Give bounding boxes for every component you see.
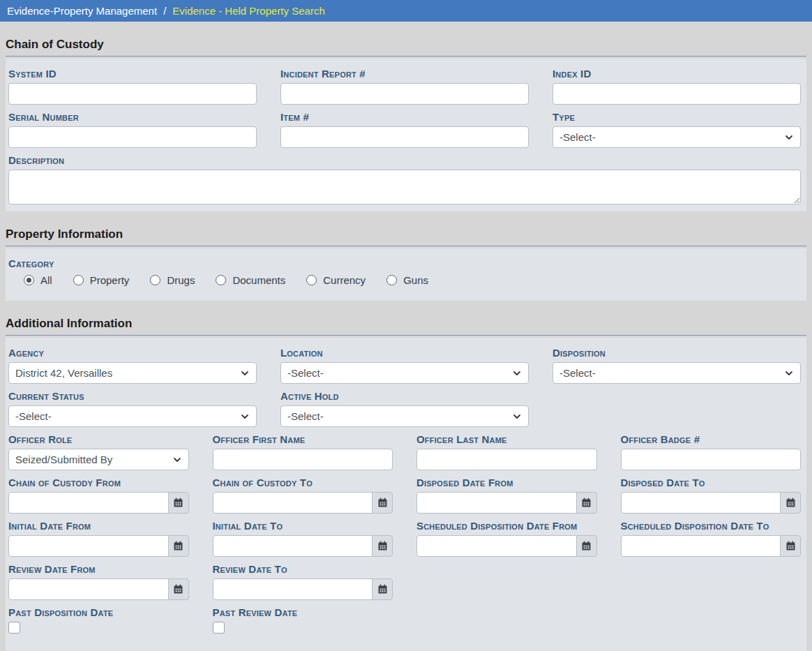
scheduled-disposition-date-to-label: Scheduled Disposition Date To xyxy=(621,520,802,532)
description-label: Description xyxy=(8,154,801,166)
category-label: Category xyxy=(8,257,801,269)
chain-of-custody-from-input[interactable] xyxy=(8,492,169,514)
type-select[interactable]: -Select- xyxy=(552,126,801,148)
disposition-select-value: -Select- xyxy=(559,367,784,379)
category-radio-all-label: All xyxy=(40,274,52,286)
scheduled-disposition-date-from-calendar-button[interactable] xyxy=(576,535,597,557)
past-review-date-checkbox[interactable] xyxy=(213,622,225,634)
search-form: Chain of Custody System ID Incident Repo… xyxy=(0,37,812,651)
review-date-to-calendar-button[interactable] xyxy=(372,578,393,600)
disposed-date-from-calendar-button[interactable] xyxy=(576,492,597,514)
disposed-date-to-label: Disposed Date To xyxy=(621,477,802,488)
field-past-disposition-date: Past Disposition Date xyxy=(8,600,189,636)
review-date-to-input[interactable] xyxy=(213,578,373,600)
calendar-icon xyxy=(785,497,796,508)
chain-of-custody-to-label: Chain of Custody To xyxy=(213,477,393,488)
field-chain-of-custody-to: Chain of Custody To xyxy=(213,470,393,514)
chevron-down-icon xyxy=(784,368,794,378)
item-number-label: Item # xyxy=(280,111,529,123)
radio-icon[interactable] xyxy=(216,275,226,285)
review-date-from-input[interactable] xyxy=(8,578,169,600)
category-radio-currency[interactable]: Currency xyxy=(306,274,366,286)
field-disposed-date-from: Disposed Date From xyxy=(416,470,597,514)
radio-icon[interactable] xyxy=(386,275,397,285)
field-item-number: Item # xyxy=(280,105,529,148)
chevron-down-icon xyxy=(512,368,522,378)
radio-icon[interactable] xyxy=(150,275,160,285)
disposed-date-to-calendar-button[interactable] xyxy=(780,492,801,514)
chevron-down-icon xyxy=(784,133,794,142)
breadcrumb-parent-link[interactable]: Evidence-Property Management xyxy=(7,5,157,17)
active-hold-select[interactable]: -Select- xyxy=(280,405,529,427)
review-date-from-calendar-button[interactable] xyxy=(168,578,189,600)
category-radio-property[interactable]: Property xyxy=(73,274,130,286)
incident-report-label: Incident Report # xyxy=(280,68,529,80)
chain-of-custody-from-calendar-button[interactable] xyxy=(168,492,189,514)
calendar-icon xyxy=(377,497,388,508)
disposed-date-to-input[interactable] xyxy=(621,492,781,514)
item-number-input[interactable] xyxy=(280,126,529,148)
initial-date-to-label: Initial Date To xyxy=(213,520,393,532)
officer-role-select[interactable]: Seized/Submitted By xyxy=(8,449,189,470)
category-radio-documents[interactable]: Documents xyxy=(216,274,285,286)
description-textarea[interactable] xyxy=(8,170,801,204)
radio-selected-icon[interactable] xyxy=(24,275,34,285)
disposition-select[interactable]: -Select- xyxy=(552,362,801,384)
category-radio-guns[interactable]: Guns xyxy=(386,274,428,286)
current-status-select[interactable]: -Select- xyxy=(8,405,257,427)
field-scheduled-disposition-date-to: Scheduled Disposition Date To xyxy=(621,514,802,557)
breadcrumb-current-link[interactable]: Evidence - Held Property Search xyxy=(172,5,324,17)
chevron-down-icon xyxy=(240,368,250,378)
initial-date-to-input[interactable] xyxy=(213,535,373,557)
section-title-property-information: Property Information xyxy=(6,227,806,246)
breadcrumb: Evidence-Property Management / Evidence … xyxy=(0,0,812,22)
incident-report-input[interactable] xyxy=(280,83,529,105)
location-select-value: -Select- xyxy=(287,367,512,379)
category-radio-documents-label: Documents xyxy=(232,274,285,286)
system-id-input[interactable] xyxy=(8,83,257,105)
location-select[interactable]: -Select- xyxy=(280,362,529,384)
past-disposition-date-checkbox[interactable] xyxy=(8,622,20,634)
category-radio-drugs[interactable]: Drugs xyxy=(150,274,195,286)
category-radio-drugs-label: Drugs xyxy=(167,274,195,286)
officer-badge-input[interactable] xyxy=(621,449,802,470)
officer-first-name-input[interactable] xyxy=(213,449,393,470)
officer-role-select-value: Seized/Submitted By xyxy=(15,454,172,465)
agency-label: Agency xyxy=(8,347,257,359)
radio-icon[interactable] xyxy=(73,275,84,285)
category-radio-currency-label: Currency xyxy=(323,274,366,286)
field-officer-role: Officer Role Seized/Submitted By xyxy=(8,427,189,470)
field-index-id: Index ID xyxy=(552,61,801,105)
field-initial-date-from: Initial Date From xyxy=(8,514,189,557)
field-system-id: System ID xyxy=(8,61,257,105)
panel-chain-of-custody: System ID Incident Report # Index ID Ser… xyxy=(6,59,806,211)
panel-additional-information: Agency District 42, Versailles Location … xyxy=(6,338,806,651)
initial-date-to-calendar-button[interactable] xyxy=(372,535,393,557)
index-id-input[interactable] xyxy=(552,83,801,105)
type-select-value: -Select- xyxy=(559,131,784,143)
disposed-date-from-label: Disposed Date From xyxy=(416,477,597,488)
initial-date-from-calendar-button[interactable] xyxy=(168,535,189,557)
officer-last-name-input[interactable] xyxy=(416,449,597,470)
radio-icon[interactable] xyxy=(306,275,317,285)
scheduled-disposition-date-to-calendar-button[interactable] xyxy=(780,535,801,557)
agency-select[interactable]: District 42, Versailles xyxy=(8,362,257,384)
field-agency: Agency District 42, Versailles xyxy=(8,341,257,384)
index-id-label: Index ID xyxy=(552,68,801,80)
field-disposed-date-to: Disposed Date To xyxy=(621,470,802,514)
scheduled-disposition-date-from-input[interactable] xyxy=(416,535,577,557)
disposed-date-from-input[interactable] xyxy=(416,492,577,514)
scheduled-disposition-date-to-input[interactable] xyxy=(621,535,781,557)
current-status-label: Current Status xyxy=(8,390,257,402)
officer-badge-label: Officer Badge # xyxy=(621,433,802,445)
calendar-icon xyxy=(173,584,183,594)
category-radio-all[interactable]: All xyxy=(24,274,52,286)
breadcrumb-separator: / xyxy=(163,5,166,17)
calendar-icon xyxy=(785,541,796,551)
initial-date-from-input[interactable] xyxy=(8,535,169,557)
field-type: Type -Select- xyxy=(552,105,801,148)
chain-of-custody-to-input[interactable] xyxy=(213,492,373,514)
serial-number-input[interactable] xyxy=(8,126,257,148)
chain-of-custody-to-calendar-button[interactable] xyxy=(372,492,393,514)
calendar-icon xyxy=(377,541,388,551)
